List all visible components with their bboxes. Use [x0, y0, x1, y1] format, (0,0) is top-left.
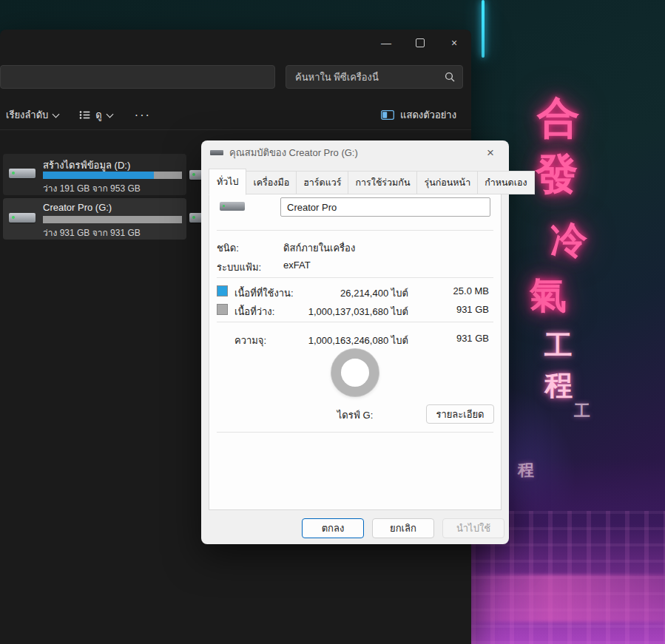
- drive-icon: [220, 202, 245, 211]
- neon-glyph: 冷: [550, 222, 587, 259]
- apply-button[interactable]: นำไปใช้: [442, 518, 504, 538]
- dialog-tabs: ทั่วไป เครื่องมือ ฮาร์ดแวร์ การใช้ร่วมกั…: [209, 168, 535, 194]
- type-label: ชนิด:: [217, 240, 239, 256]
- properties-dialog: คุณสมบัติของ Creator Pro (G:) × ทั่วไป เ…: [201, 140, 509, 544]
- minimize-icon: —: [381, 37, 391, 49]
- free-space-swatch: [217, 304, 228, 315]
- divider: [217, 322, 493, 322]
- volume-label-input[interactable]: [280, 197, 490, 217]
- details-button[interactable]: รายละเอียด: [426, 404, 494, 424]
- neon-glyph: 工: [574, 403, 590, 419]
- neon-cyan-tube: [482, 0, 485, 58]
- close-icon: ×: [451, 37, 457, 49]
- used-space-label: เนื้อที่ที่ใช้งาน:: [234, 285, 294, 301]
- dialog-titlebar: คุณสมบัติของ Creator Pro (G:): [201, 140, 509, 164]
- dialog-buttons: ตกลง ยกเลิก นำไปใช้: [201, 518, 504, 538]
- type-row: ชนิด: ดิสก์ภายในเครื่อง: [209, 240, 501, 255]
- view-label: ดู: [95, 107, 101, 123]
- capacity-size: 931 GB: [456, 333, 489, 344]
- search-icon: [445, 72, 455, 82]
- close-icon: ×: [487, 146, 494, 160]
- capacity-pie-chart: [331, 349, 379, 396]
- drive-caption: ไดรฟ์ G:: [311, 407, 399, 423]
- preview-toggle-button[interactable]: แสดงตัวอย่าง: [375, 103, 462, 127]
- free-space-size: 931 GB: [456, 304, 489, 315]
- explorer-toolbar: เรียงลำดับ ดู ··· แสดงตัวอย่าง: [0, 101, 471, 130]
- drive-free-text: ว่าง 191 GB จาก 953 GB: [43, 181, 141, 195]
- type-value: ดิสก์ภายในเครื่อง: [283, 240, 355, 256]
- chevron-down-icon: [106, 110, 113, 118]
- more-options-button[interactable]: ···: [129, 104, 157, 126]
- view-button[interactable]: ดู: [73, 103, 118, 127]
- drive-icon: [210, 150, 223, 155]
- general-tab-panel: ชนิด: ดิสก์ภายในเครื่อง ระบบแฟ้ม: exFAT …: [209, 186, 502, 510]
- capacity-bar: [43, 172, 182, 179]
- chevron-down-icon: [53, 110, 60, 118]
- used-space-size: 25.0 MB: [453, 285, 489, 296]
- tab-previous-versions[interactable]: รุ่นก่อนหน้า: [417, 171, 478, 194]
- filesystem-label: ระบบแฟ้ม:: [217, 260, 261, 275]
- tab-sharing[interactable]: การใช้ร่วมกัน: [348, 171, 417, 194]
- free-space-label: เนื้อที่ว่าง:: [234, 304, 274, 319]
- ok-button[interactable]: ตกลง: [302, 518, 364, 538]
- divider: [217, 277, 493, 278]
- tab-hardware[interactable]: ฮาร์ดแวร์: [297, 171, 348, 194]
- maximize-button[interactable]: [403, 30, 437, 56]
- divider: [217, 432, 493, 433]
- dialog-close-button[interactable]: ×: [482, 145, 499, 161]
- drive-icon: [9, 213, 36, 223]
- tab-customize[interactable]: กำหนดเอง: [478, 171, 534, 194]
- sort-button[interactable]: เรียงลำดับ: [0, 103, 64, 127]
- maximize-icon: [416, 38, 425, 47]
- tab-general[interactable]: ทั่วไป: [209, 169, 246, 195]
- close-button[interactable]: ×: [437, 30, 471, 56]
- used-space-row: เนื้อที่ที่ใช้งาน: 26,214,400 ไบต์ 25.0 …: [209, 285, 501, 299]
- preview-toggle-label: แสดงตัวอย่าง: [400, 107, 456, 123]
- neon-glyph: 工: [544, 331, 573, 359]
- drive-name: สร้างไดรฟ์ข้อมูล (D:): [43, 157, 130, 173]
- neon-glyph: 氣: [530, 277, 567, 313]
- more-icon: ···: [135, 109, 151, 122]
- used-space-swatch: [217, 285, 228, 296]
- dialog-title: คุณสมบัติของ Creator Pro (G:): [229, 145, 358, 160]
- desktop: 合 發 冷 氣 工 程 工 程 — × เรียงลำดับ: [0, 0, 665, 644]
- capacity-row: ความจุ: 1,000,163,246,080 ไบต์ 931 GB: [209, 332, 501, 347]
- cancel-button[interactable]: ยกเลิก: [372, 518, 434, 538]
- view-icon: [79, 110, 90, 120]
- free-space-bytes: 1,000,137,031,680 ไบต์: [308, 304, 408, 319]
- wallpaper-magenta-band: [471, 574, 665, 622]
- capacity-bar-fill: [43, 172, 154, 179]
- address-row: [0, 65, 471, 90]
- explorer-titlebar: — ×: [0, 30, 471, 58]
- drive-tile-g[interactable]: Creator Pro (G:) ว่าง 931 GB จาก 931 GB: [3, 198, 186, 240]
- search-input[interactable]: [286, 72, 445, 83]
- tab-tools[interactable]: เครื่องมือ: [246, 171, 297, 194]
- neon-glyph: 程: [518, 462, 534, 478]
- neon-glyph: 程: [544, 371, 573, 399]
- capacity-label: ความจุ:: [234, 333, 266, 348]
- drive-name: Creator Pro (G:): [43, 202, 112, 213]
- neon-glyph: 合: [537, 96, 580, 139]
- neon-glyph: 發: [536, 152, 578, 195]
- filesystem-row: ระบบแฟ้ม: exFAT: [209, 260, 501, 274]
- free-space-row: เนื้อที่ว่าง: 1,000,137,031,680 ไบต์ 931…: [209, 303, 501, 318]
- used-space-bytes: 26,214,400 ไบต์: [340, 285, 408, 301]
- drive-tile-d[interactable]: สร้างไดรฟ์ข้อมูล (D:) ว่าง 191 GB จาก 95…: [3, 154, 186, 195]
- preview-pane-icon: [381, 110, 394, 120]
- sort-label: เรียงลำดับ: [6, 107, 48, 123]
- capacity-bytes: 1,000,163,246,080 ไบต์: [308, 333, 408, 348]
- address-bar[interactable]: [0, 65, 275, 89]
- capacity-bar: [43, 216, 182, 223]
- drive-free-text: ว่าง 931 GB จาก 931 GB: [43, 226, 141, 240]
- search-box[interactable]: [286, 65, 463, 89]
- filesystem-value: exFAT: [283, 260, 311, 271]
- drive-icon: [9, 169, 36, 178]
- minimize-button[interactable]: —: [369, 30, 403, 56]
- divider: [217, 230, 493, 231]
